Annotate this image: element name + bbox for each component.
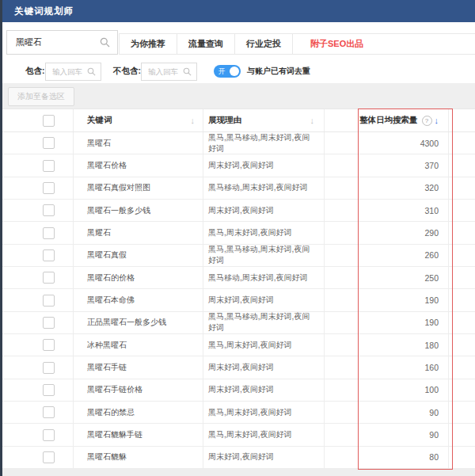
reason-cell: 周末好词,夜间好词 [203, 200, 325, 221]
tab-recommended[interactable]: 为你推荐 [120, 34, 177, 54]
keyword-text: 黑曜石貔貅手链 [87, 429, 142, 440]
table-row: 黑曜石貔貅周末好词,夜间好词80 [0, 447, 475, 469]
row-spacer-cell [449, 289, 475, 310]
reason-sort-icon[interactable]: ↓ [310, 116, 315, 125]
toggle-knob[interactable] [230, 67, 239, 76]
keyword-cell: 黑曜石 [74, 132, 203, 154]
keyword-text: 黑耀石 [87, 227, 111, 238]
row-checkbox-cell [0, 379, 74, 401]
keyword-text: 黑曜石手链 [87, 362, 127, 373]
reason-text: 黑马,周末好词,夜间好词 [208, 407, 292, 418]
row-spacer-cell [449, 356, 475, 378]
tab-strip: 为你推荐流量查询行业定投附子SEO出品 [119, 33, 475, 55]
reason-text: 周末好词,夜间好词 [208, 295, 274, 306]
row-checkbox[interactable] [43, 362, 55, 374]
row-checkbox[interactable] [43, 295, 55, 307]
table-row: 黑曜石手链价格周末好词,夜间好词100 [0, 379, 475, 402]
volume-value: 320 [424, 183, 439, 192]
row-checkbox-cell [0, 289, 74, 310]
keyword-cell: 黑曜石真假 [74, 245, 203, 266]
volume-cell: 260 [325, 245, 449, 266]
row-spacer-cell [449, 424, 475, 445]
row-checkbox[interactable] [43, 272, 55, 284]
row-checkbox-cell [0, 200, 74, 221]
reason-text: 黑马,黑马移动,周末好词,夜间好词 [208, 311, 314, 333]
keyword-cell: 黑曜石手链价格 [74, 379, 203, 401]
row-checkbox-cell [0, 267, 74, 288]
exclude-filter-input[interactable] [146, 67, 183, 77]
select-all-checkbox[interactable] [43, 115, 55, 127]
volume-value: 290 [424, 228, 439, 238]
reason-text: 黑马,黑马移动,周末好词,夜间好词 [208, 244, 314, 266]
include-search-icon[interactable] [87, 67, 96, 76]
row-checkbox[interactable] [43, 429, 55, 441]
reason-text: 黑马,周末好词,夜间好词 [208, 227, 292, 238]
row-spacer-cell [449, 379, 475, 401]
search-icon[interactable] [100, 37, 110, 48]
row-spacer-cell [449, 200, 475, 221]
dedupe-label: 与账户已有词去重 [247, 66, 310, 77]
keyword-text: 黑曜石貔貅 [87, 451, 127, 463]
row-checkbox[interactable] [43, 317, 55, 329]
header-spacer-cell [449, 109, 475, 131]
reason-text: 周末好词,夜间好词 [208, 451, 274, 463]
volume-cell: 4300 [325, 132, 449, 154]
reason-text: 周末好词,夜间好词 [208, 205, 274, 216]
row-checkbox[interactable] [43, 137, 55, 149]
table-body: 黑曜石黑马,黑马移动,周末好词,夜间好词4300黑曜石价格周末好词,夜间好词37… [0, 132, 475, 469]
include-filter-input-box[interactable] [45, 63, 101, 81]
row-spacer-cell [449, 154, 475, 176]
row-checkbox[interactable] [43, 249, 55, 261]
keyword-text: 黑曜石真假对照图 [87, 182, 150, 193]
volume-value: 90 [429, 430, 439, 440]
row-spacer-cell [449, 177, 475, 199]
tab-industry-targeting[interactable]: 行业定投 [235, 34, 293, 54]
tab-fuzi-seo-brand[interactable]: 附子SEO出品 [293, 34, 381, 54]
volume-value: 310 [424, 206, 439, 215]
row-checkbox[interactable] [43, 204, 55, 216]
include-filter-input[interactable] [51, 67, 87, 77]
keyword-cell: 黑曜石貔貅 [74, 447, 203, 468]
volume-value: 4300 [420, 139, 439, 148]
row-checkbox[interactable] [43, 339, 55, 351]
keyword-table: 关键词 ↓ 展现理由 ↓ 整体日均搜索量 ? ↓ 黑曜石黑马,黑马移动,周末好词… [0, 109, 475, 469]
exclude-search-icon[interactable] [183, 67, 192, 76]
row-checkbox[interactable] [43, 451, 55, 463]
include-filter-label: 包含: [25, 66, 45, 77]
reason-cell: 黑马移动,周末好词,夜间好词 [203, 177, 325, 199]
keyword-text: 冰种黑曜石 [87, 340, 127, 351]
row-checkbox[interactable] [43, 227, 55, 239]
exclude-filter-input-box[interactable] [141, 63, 197, 81]
keyword-cell: 冰种黑曜石 [74, 334, 203, 356]
volume-cell: 250 [325, 267, 449, 288]
keyword-text: 黑曜石 [87, 138, 111, 149]
keyword-sort-icon[interactable]: ↓ [191, 116, 196, 125]
keyword-cell: 正品黑曜石一般多少钱 [74, 312, 203, 333]
keyword-search-box[interactable] [6, 30, 118, 55]
tab-traffic-query[interactable]: 流量查询 [177, 34, 235, 54]
row-checkbox[interactable] [43, 384, 55, 396]
keyword-search-input[interactable] [14, 37, 100, 48]
volume-cell: 80 [325, 447, 449, 468]
add-to-candidates-button[interactable]: 添加至备选区 [8, 87, 74, 106]
table-row: 黑耀石黑马,周末好词,夜间好词290 [0, 222, 475, 244]
reason-cell: 黑马,周末好词,夜间好词 [203, 334, 325, 356]
volume-value: 370 [424, 161, 439, 170]
keyword-text: 黑曜石本命佛 [87, 295, 135, 306]
table-row: 黑曜石黑马,黑马移动,周末好词,夜间好词4300 [0, 132, 475, 154]
row-checkbox[interactable] [43, 406, 55, 418]
reason-text: 黑马,周末好词,夜间好词 [208, 340, 292, 351]
row-checkbox[interactable] [43, 182, 55, 194]
action-band: 添加至备选区 [0, 83, 475, 109]
reason-text: 黑马移动,周末好词,夜间好词 [208, 272, 308, 284]
volume-sort-desc-icon[interactable]: ↓ [435, 116, 439, 125]
reason-text: 周末好词,夜间好词 [208, 362, 274, 373]
dedupe-toggle[interactable]: 开 [214, 65, 241, 78]
keyword-cell: 黑曜石貔貅手链 [74, 424, 203, 445]
reason-cell: 周末好词,夜间好词 [203, 154, 325, 176]
volume-cell: 160 [325, 356, 449, 378]
keyword-text: 黑曜石一般多少钱 [87, 205, 150, 216]
row-checkbox[interactable] [43, 160, 55, 172]
help-icon[interactable]: ? [422, 116, 432, 126]
volume-cell: 320 [325, 177, 449, 199]
